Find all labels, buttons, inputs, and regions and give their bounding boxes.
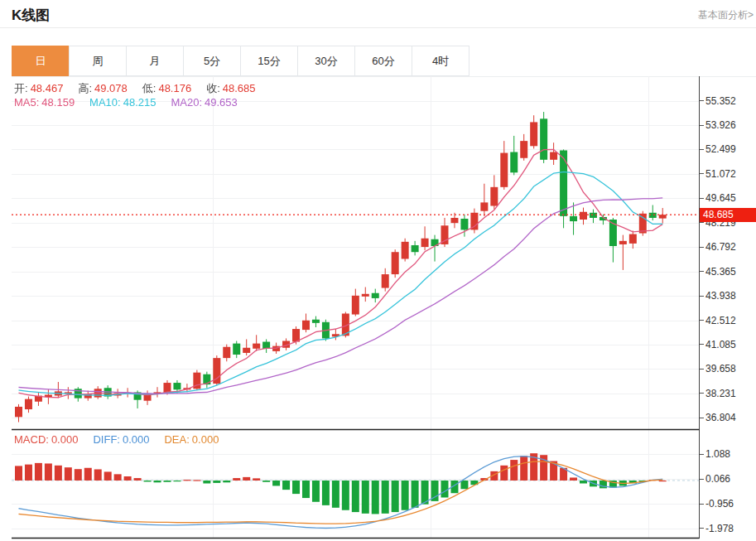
main-y-tick: 53.926 — [700, 119, 736, 131]
header-divider — [0, 27, 756, 28]
main-y-tick: 55.352 — [700, 95, 736, 107]
macd-y-tick: -0.956 — [700, 498, 734, 510]
page-title: K线图 — [12, 6, 50, 25]
fundamental-analysis-link[interactable]: 基本面分析> — [698, 8, 754, 22]
main-y-tick: 43.938 — [700, 290, 736, 302]
main-y-tick: 36.804 — [700, 412, 736, 423]
macd-y-tick: 0.066 — [700, 473, 730, 485]
tab-15min[interactable]: 15分 — [240, 46, 298, 76]
tab-day[interactable]: 日 — [12, 46, 70, 76]
tab-week[interactable]: 周 — [69, 46, 127, 76]
main-y-tick: 45.365 — [700, 266, 736, 278]
tab-month[interactable]: 月 — [126, 46, 184, 76]
period-tab-bar: 日周月5分15分30分60分4时 — [12, 46, 469, 76]
main-y-tick: 49.645 — [700, 192, 736, 204]
macd-y-tick: 1.088 — [700, 448, 730, 460]
main-y-tick: 51.072 — [700, 168, 736, 180]
tab-60min[interactable]: 60分 — [354, 46, 412, 76]
tab-4h[interactable]: 4时 — [412, 46, 469, 76]
main-y-tick: 41.085 — [700, 339, 736, 350]
main-y-tick: 42.512 — [700, 315, 736, 326]
main-y-tick: 38.231 — [700, 388, 736, 399]
kline-chart-canvas[interactable] — [12, 76, 700, 539]
tab-30min[interactable]: 30分 — [297, 46, 355, 76]
current-price-tag: 48.685 — [700, 208, 756, 222]
main-y-tick: 52.499 — [700, 143, 736, 155]
main-y-tick: 39.658 — [700, 363, 736, 374]
main-y-tick: 46.792 — [700, 241, 736, 253]
tab-5min[interactable]: 5分 — [183, 46, 241, 76]
macd-y-tick: -1.978 — [700, 523, 734, 534]
